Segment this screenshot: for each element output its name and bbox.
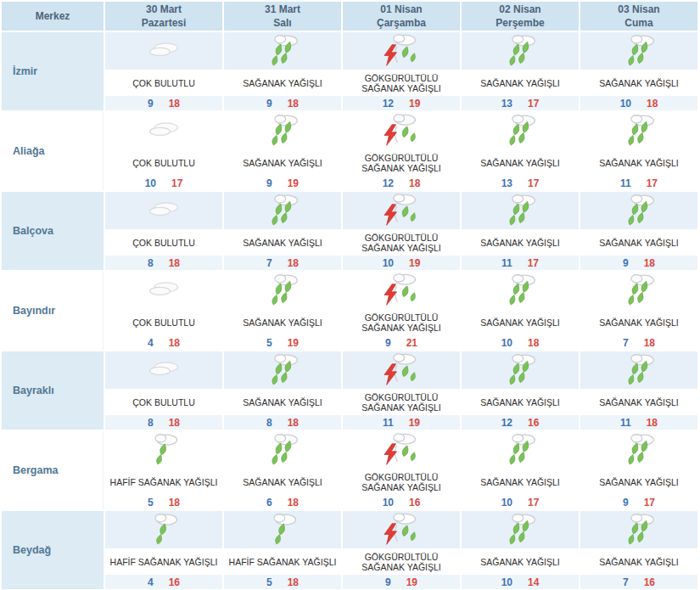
header-day-name: Cuma: [581, 16, 697, 30]
condition-label: SAĞANAK YAĞIŞLI: [462, 70, 579, 96]
max-temp: 14: [528, 576, 539, 588]
forecast-cell: GÖKGÜRÜLTÜLÜ SAĞANAK YAĞIŞLI1219: [343, 32, 460, 110]
max-temp: 18: [409, 177, 420, 189]
max-temp: 17: [528, 98, 539, 110]
header-date: 30 Mart: [106, 3, 221, 16]
forecast-cell: SAĞANAK YAĞIŞLI1117: [580, 112, 697, 190]
thunderstorm-icon: [379, 113, 423, 149]
min-temp: 9: [266, 177, 272, 189]
icon-band: [343, 511, 460, 548]
max-temp: 17: [528, 177, 539, 189]
forecast-row: BalçovaÇOK BULUTLU818SAĞANAK YAĞIŞLI718G…: [2, 192, 697, 270]
forecast-cell: SAĞANAK YAĞIŞLI718: [580, 272, 697, 350]
temperature-band: 918: [224, 96, 341, 110]
forecast-cell: SAĞANAK YAĞIŞLI1017: [462, 431, 579, 509]
forecast-cell: SAĞANAK YAĞIŞLI716: [580, 511, 697, 589]
temperature-band: 919: [224, 176, 341, 190]
min-temp: 11: [620, 177, 631, 189]
forecast-cell: SAĞANAK YAĞIŞLI1018: [462, 272, 579, 350]
min-temp: 9: [623, 257, 629, 269]
rain-icon: [498, 352, 542, 388]
forecast-cell: GÖKGÜRÜLTÜLÜ SAĞANAK YAĞIŞLI1016: [343, 431, 460, 509]
temperature-band: 818: [105, 256, 222, 270]
min-temp: 7: [623, 337, 629, 349]
max-temp: 18: [288, 576, 299, 588]
max-temp: 16: [528, 417, 539, 429]
temperature-band: 416: [105, 575, 222, 589]
temperature-band: 1216: [462, 415, 579, 430]
max-temp: 17: [644, 497, 655, 509]
condition-label: SAĞANAK YAĞIŞLI: [224, 70, 341, 96]
max-temp: 17: [171, 177, 182, 189]
header-day-name: Salı: [225, 16, 340, 30]
forecast-cell: SAĞANAK YAĞIŞLI718: [224, 192, 341, 270]
max-temp: 17: [528, 257, 539, 269]
icon-band: [343, 272, 460, 309]
temperature-band: 818: [224, 415, 341, 430]
forecast-cell: GÖKGÜRÜLTÜLÜ SAĞANAK YAĞIŞLI1119: [343, 351, 460, 430]
forecast-cell: SAĞANAK YAĞIŞLI1014: [462, 511, 579, 589]
min-temp: 10: [383, 257, 394, 269]
icon-band: [105, 32, 222, 70]
header-date: 01 Nisan: [344, 3, 459, 16]
cloudy-icon: [142, 273, 186, 308]
min-temp: 9: [385, 576, 391, 588]
header-date: 03 Nisan: [581, 3, 697, 16]
forecast-cell: SAĞANAK YAĞIŞLI918: [224, 32, 341, 110]
temperature-band: 1118: [580, 415, 697, 430]
condition-label: SAĞANAK YAĞIŞLI: [224, 149, 341, 176]
temperature-band: 418: [105, 335, 222, 350]
condition-label: SAĞANAK YAĞIŞLI: [224, 389, 341, 415]
max-temp: 16: [169, 576, 180, 588]
min-temp: 10: [145, 177, 156, 189]
rain-icon: [617, 193, 661, 228]
city-label: Balçova: [2, 192, 104, 270]
min-temp: 10: [620, 98, 631, 110]
rain-icon: [498, 33, 542, 69]
icon-band: [224, 351, 341, 389]
max-temp: 19: [409, 98, 420, 110]
icon-band: [224, 32, 341, 70]
icon-band: [580, 272, 697, 309]
max-temp: 18: [644, 257, 655, 269]
max-temp: 18: [288, 257, 299, 269]
min-temp: 9: [385, 337, 391, 349]
max-temp: 19: [288, 337, 299, 349]
rain-icon: [498, 113, 542, 149]
temperature-band: 518: [105, 495, 222, 509]
icon-band: [462, 431, 579, 469]
thunderstorm-icon: [379, 352, 423, 388]
min-temp: 7: [266, 257, 272, 269]
min-temp: 5: [266, 576, 272, 588]
temperature-band: 618: [224, 495, 341, 509]
min-temp: 11: [501, 257, 512, 269]
max-temp: 16: [409, 497, 420, 509]
condition-label: SAĞANAK YAĞIŞLI: [462, 229, 579, 256]
light-rain-icon: [142, 512, 186, 548]
min-temp: 5: [266, 337, 272, 349]
rain-icon: [617, 273, 661, 308]
city-label: Bayındır: [2, 272, 104, 350]
min-temp: 7: [623, 576, 629, 588]
cloudy-icon: [142, 33, 186, 69]
forecast-row: BeydağHAFİF SAĞANAK YAĞIŞLI416HAFİF SAĞA…: [2, 511, 697, 589]
icon-band: [343, 112, 460, 149]
temperature-band: 1119: [343, 415, 460, 430]
min-temp: 10: [501, 337, 512, 349]
temperature-band: 918: [105, 96, 222, 110]
forecast-cell: HAFİF SAĞANAK YAĞIŞLI416: [105, 511, 222, 589]
min-temp: 9: [623, 497, 629, 509]
min-temp: 9: [148, 98, 154, 110]
icon-band: [224, 192, 341, 229]
icon-band: [343, 351, 460, 389]
forecast-row: BergamaHAFİF SAĞANAK YAĞIŞLI518SAĞANAK Y…: [2, 431, 697, 509]
condition-label: SAĞANAK YAĞIŞLI: [580, 229, 697, 256]
temperature-band: 917: [580, 495, 697, 509]
min-temp: 10: [501, 576, 512, 588]
icon-band: [580, 511, 697, 548]
condition-label: HAFİF SAĞANAK YAĞIŞLI: [105, 469, 222, 495]
thunderstorm-icon: [379, 512, 423, 548]
condition-label: GÖKGÜRÜLTÜLÜ SAĞANAK YAĞIŞLI: [343, 149, 460, 176]
temperature-band: 919: [343, 575, 460, 589]
rain-icon: [260, 193, 305, 228]
